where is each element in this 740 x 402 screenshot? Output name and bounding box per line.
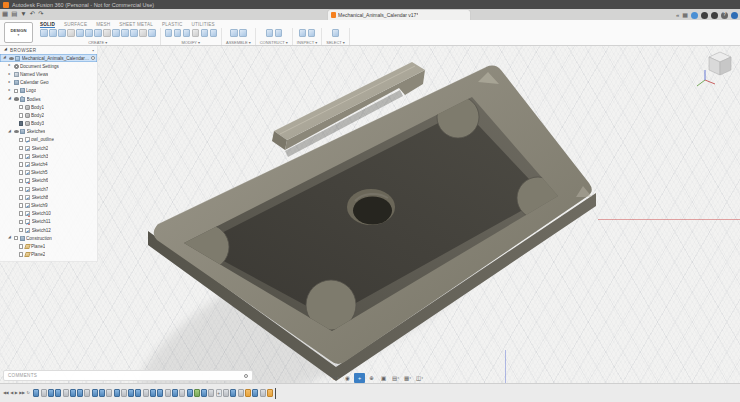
- cylinder-icon[interactable]: [130, 29, 138, 37]
- timeline-feature-10[interactable]: [99, 389, 105, 397]
- timeline-feature-25[interactable]: [208, 389, 214, 397]
- timeline-feature-7[interactable]: [77, 389, 83, 397]
- grid-and-snaps-button[interactable]: ▦▾: [402, 373, 413, 383]
- hole-icon[interactable]: [103, 29, 111, 37]
- ribbon-tab-plastic[interactable]: PLASTIC: [162, 22, 183, 27]
- timeline-control-2[interactable]: ▶: [15, 391, 18, 395]
- visibility-checkbox[interactable]: [19, 244, 24, 249]
- browser-row-owl-outline[interactable]: owl_outline: [0, 136, 97, 144]
- browser-row-sketch12[interactable]: Sketch12: [0, 226, 97, 234]
- expander-icon[interactable]: ◢: [7, 130, 12, 134]
- browser-header[interactable]: ◢ BROWSER ▪: [0, 46, 97, 54]
- timeline-feature-13[interactable]: [121, 389, 127, 397]
- document-tab[interactable]: Mechanical_Animals_Calendar v17*: [328, 10, 470, 20]
- expander-icon[interactable]: ▸: [7, 81, 12, 85]
- visibility-checkbox[interactable]: [19, 252, 24, 257]
- notifications-icon[interactable]: [701, 12, 708, 19]
- browser-row-sketch8[interactable]: Sketch8: [0, 193, 97, 201]
- timeline-feature-12[interactable]: [114, 389, 120, 397]
- display-settings-button[interactable]: ▤▾: [390, 373, 401, 383]
- timeline-feature-9[interactable]: [92, 389, 98, 397]
- timeline-feature-3[interactable]: [48, 389, 54, 397]
- timeline-feature-29[interactable]: [238, 389, 244, 397]
- timeline-feature-1[interactable]: [33, 389, 39, 397]
- timeline-feature-5[interactable]: [63, 389, 69, 397]
- move-copy-icon[interactable]: [201, 29, 209, 37]
- box-icon[interactable]: [121, 29, 129, 37]
- visibility-checkbox[interactable]: [14, 89, 19, 94]
- timeline-feature-16[interactable]: [143, 389, 149, 397]
- extensions-icon[interactable]: ▦: [682, 12, 688, 18]
- visibility-checkbox[interactable]: [19, 138, 24, 143]
- joint-icon[interactable]: [239, 29, 247, 37]
- viewports-button[interactable]: ◫▾: [414, 373, 425, 383]
- section-analysis-icon[interactable]: [308, 29, 316, 37]
- revolve-icon[interactable]: [67, 29, 75, 37]
- view-cube[interactable]: [694, 44, 740, 92]
- shell-icon[interactable]: [183, 29, 191, 37]
- collapse-tabs-icon[interactable]: «: [676, 12, 679, 18]
- timeline-feature-21[interactable]: [179, 389, 185, 397]
- browser-row-logo[interactable]: ▸Logo: [0, 87, 97, 95]
- timeline-feature-28[interactable]: [230, 389, 236, 397]
- pan-button[interactable]: +: [354, 373, 365, 383]
- visibility-checkbox[interactable]: [19, 121, 24, 126]
- file-new-icon[interactable]: ▤: [11, 11, 17, 18]
- visibility-eye-icon[interactable]: [9, 57, 14, 60]
- zoom-button[interactable]: ⊕: [366, 373, 377, 383]
- timeline-control-4[interactable]: ↻: [26, 391, 29, 395]
- ribbon-group-label[interactable]: SELECT ▾: [326, 40, 345, 45]
- timeline-feature-6[interactable]: [70, 389, 76, 397]
- visibility-checkbox[interactable]: [19, 187, 24, 192]
- expander-icon[interactable]: ▸: [7, 64, 12, 68]
- ribbon-group-label[interactable]: INSPECT ▾: [297, 40, 317, 45]
- browser-row-sketch11[interactable]: Sketch11: [0, 218, 97, 226]
- browser-row-sketch10[interactable]: Sketch10: [0, 210, 97, 218]
- loft-icon[interactable]: [85, 29, 93, 37]
- offset-plane-icon[interactable]: [266, 29, 274, 37]
- timeline-feature-26[interactable]: [216, 389, 222, 397]
- save-icon[interactable]: ▼: [20, 11, 26, 18]
- job-status-icon[interactable]: [691, 12, 698, 19]
- expander-icon[interactable]: ◢: [7, 97, 12, 101]
- browser-row-bodies[interactable]: ◢Bodies: [0, 95, 97, 103]
- browser-row-sketch9[interactable]: Sketch9: [0, 201, 97, 209]
- visibility-checkbox[interactable]: [19, 105, 24, 110]
- timeline-feature-30[interactable]: [245, 389, 251, 397]
- extrude-icon[interactable]: [58, 29, 66, 37]
- timeline-feature-18[interactable]: [157, 389, 163, 397]
- browser-row-plane1[interactable]: Plane1: [0, 242, 97, 250]
- axis-icon[interactable]: [275, 29, 283, 37]
- undo-icon[interactable]: ↶: [30, 11, 35, 18]
- visibility-checkbox[interactable]: [19, 220, 24, 225]
- browser-row-mechanical-animals-calendar-v17[interactable]: ◢Mechanical_Animals_Calendar v17: [0, 54, 97, 62]
- timeline-feature-22[interactable]: [187, 389, 193, 397]
- visibility-checkbox[interactable]: [19, 113, 24, 118]
- combine-icon[interactable]: [192, 29, 200, 37]
- browser-row-sketch7[interactable]: Sketch7: [0, 185, 97, 193]
- timeline-feature-4[interactable]: [55, 389, 61, 397]
- browser-row-calendar-geo[interactable]: ▸Calendar Geo: [0, 79, 97, 87]
- create-form-icon[interactable]: [49, 29, 57, 37]
- browser-row-construction[interactable]: ◢Construction: [0, 234, 97, 242]
- expander-icon[interactable]: ▸: [7, 89, 12, 93]
- activate-component-radio[interactable]: [91, 56, 95, 60]
- comments-bar[interactable]: COMMENTS: [3, 370, 253, 381]
- ribbon-tab-utilities[interactable]: UTILITIES: [191, 22, 214, 27]
- visibility-checkbox[interactable]: [19, 228, 24, 233]
- ribbon-tab-sheet-metal[interactable]: SHEET METAL: [119, 22, 153, 27]
- user-lane-icon[interactable]: [711, 12, 718, 19]
- timeline-feature-27[interactable]: [223, 389, 229, 397]
- visibility-checkbox[interactable]: [19, 162, 24, 167]
- visibility-checkbox[interactable]: [14, 236, 19, 241]
- visibility-checkbox[interactable]: [19, 146, 24, 151]
- look-at-button[interactable]: ◉: [342, 373, 353, 383]
- browser-row-document-settings[interactable]: ▸Document Settings: [0, 62, 97, 70]
- visibility-eye-icon[interactable]: [14, 130, 19, 133]
- rib-icon[interactable]: [94, 29, 102, 37]
- sweep-icon[interactable]: [76, 29, 84, 37]
- application-menu-icon[interactable]: ▦: [2, 11, 8, 18]
- ribbon-group-label[interactable]: MODIFY ▾: [181, 40, 200, 45]
- ribbon-tab-solid[interactable]: SOLID: [40, 22, 55, 28]
- browser-row-sketch2[interactable]: Sketch2: [0, 144, 97, 152]
